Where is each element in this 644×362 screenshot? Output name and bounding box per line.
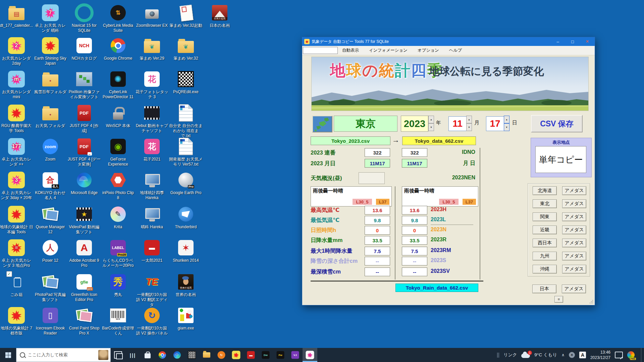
taskbar-task-view[interactable] — [111, 348, 125, 362]
desktop-icon-microsoft-edge[interactable]: Microsoft Edge — [67, 171, 101, 195]
close-button[interactable]: × — [580, 37, 595, 46]
year-display[interactable]: 2023 — [401, 116, 428, 132]
taskbar-qr-app[interactable] — [184, 348, 199, 362]
seq-value-left[interactable]: 322 — [365, 148, 390, 157]
weather-text-box-left[interactable]: 雨後曇一時晴 L30_5 L37 — [311, 186, 392, 206]
day-spinner[interactable]: ▲▼ — [504, 116, 509, 131]
desktop-icon-hidemaru[interactable]: 秀秀丸 — [101, 273, 135, 297]
desktop-icon-icecream-ebook[interactable]: ▯Icecream Ebook Reader — [34, 306, 67, 336]
taskbar-translate-app[interactable]: ↻ — [214, 348, 229, 362]
desktop-icon-google-earth-pro[interactable]: ProGoogle Earth Pro — [169, 171, 203, 195]
desktop-icon-powerdirector[interactable]: ✺CyberLink PowerDirector 11 — [101, 70, 135, 100]
equals-button[interactable]: = — [554, 296, 563, 303]
value-box-right[interactable]: 0 — [402, 226, 427, 235]
value-box-right[interactable]: 7.5 — [402, 247, 427, 255]
resize-grip[interactable] — [589, 300, 593, 304]
region-button-西日本[interactable]: 西日本 — [533, 239, 557, 247]
desktop-icon-weather-calendar-2day[interactable]: ★★2お天気カレンダ 2day — [0, 36, 33, 66]
japan-button[interactable]: 日本 — [532, 285, 556, 293]
desktop-icon-barcode-kun[interactable]: BarCode作成管理くん — [101, 306, 135, 336]
desktop-icon-shuriken-2014[interactable]: ✶Shuriken 2014 — [169, 238, 203, 263]
show-desktop-strip[interactable] — [641, 348, 643, 362]
value-box-left[interactable]: 13.6 — [365, 206, 390, 215]
desktop-icon-videopad[interactable]: ★VideoPad 動画編集ソフト — [67, 205, 101, 235]
menu-auto-display[interactable]: 自動表示 — [337, 48, 364, 53]
notification-icon[interactable] — [615, 352, 623, 358]
desktop-icon-queue-manager[interactable]: Queue Manager 12 — [34, 205, 67, 235]
taskbar-microsoft-store[interactable] — [140, 348, 155, 362]
minimize-button[interactable]: – — [550, 37, 565, 46]
desktop-icon-chikyu-toukei-hareka[interactable]: 地球統計四季 Hareka — [135, 171, 169, 200]
desktop-icon-thunderbird[interactable]: Thunderbird — [169, 205, 203, 230]
desktop-icon-kishow-japan-tools[interactable]: ★★地球の気象統計 日本編 Tools — [0, 205, 33, 235]
desktop-icon-earth-shining-sky[interactable]: ★★Earth Shining Sky Japan — [34, 36, 67, 66]
month-input[interactable]: 11 — [448, 116, 467, 131]
overview-value-box[interactable] — [359, 172, 385, 184]
desktop-icon-zoombrowser[interactable]: ZoomBrowser EX — [135, 3, 169, 28]
region-button-沖縄[interactable]: 沖縄 — [533, 265, 557, 274]
amedas-button-沖縄[interactable]: アメダス — [562, 265, 586, 274]
value-box-right[interactable]: 9.8 — [402, 216, 427, 225]
desktop-icon-haruka-hareka[interactable]: 晴科 Hareka — [135, 205, 169, 230]
circle-x-icon[interactable]: × — [569, 352, 575, 358]
region-button-九州[interactable]: 九州 — [533, 252, 557, 260]
maximize-button[interactable]: □ — [565, 37, 580, 46]
desktop-icon-nihon-no-meiga[interactable]: 日本の名画日本の名画 — [203, 3, 236, 28]
csv-save-button[interactable]: CSV 保存 — [531, 115, 583, 132]
year-spinner[interactable]: ▲▼ — [428, 116, 434, 131]
desktop-icon-weather-calendar-3pro[interactable]: ★★≡卓上 お天気カレンダ 3 地点Pro — [0, 238, 33, 268]
desktop-icon-just-pdf4-convert[interactable]: PDF←JUST PDF 4 [データ変換] — [67, 137, 101, 167]
desktop-icon-corel-paintshop[interactable]: Corel Paint Shop Pro X — [67, 306, 101, 336]
desktop-icon-fudemame-32[interactable]: ❦筆まめ Ver.32 — [169, 36, 203, 61]
monthday-value-right[interactable]: 11M17 — [402, 159, 427, 168]
taskbar-edge[interactable] — [170, 348, 184, 362]
value-box-left[interactable]: -- — [365, 257, 390, 265]
desktop-icon-geforce-experience[interactable]: ◉GeForce Experience — [101, 137, 135, 167]
value-box-left[interactable]: 0 — [365, 226, 390, 235]
tray-weather-text[interactable]: 9°C くもり — [534, 352, 557, 358]
value-box-right[interactable]: -- — [402, 267, 427, 276]
desktop-icon-greenfish-icon-editor[interactable]: gfieproGreenfish Icon Editor Pro — [67, 273, 101, 302]
seq-value-right[interactable]: 322 — [402, 148, 427, 157]
desktop-icon-google-chrome[interactable]: Google Chrome — [101, 36, 135, 61]
title-bar[interactable]: ★ 気象データ 自動コピー Tools 77 for SQLite – □ × — [302, 37, 595, 46]
taskbar-ichitaro[interactable]: ▬ — [244, 348, 258, 362]
desktop-icon-navicat[interactable]: Navicat 15 for SQLite — [67, 3, 101, 33]
start-button[interactable] — [0, 348, 16, 362]
region-button-関東[interactable]: 関東 — [533, 213, 557, 221]
day-input[interactable]: 17 — [486, 116, 504, 131]
desktop-icon-recycle-bin[interactable]: ごみ箱 — [0, 273, 33, 297]
japan-map-button[interactable] — [312, 116, 332, 132]
taskbar-weather-calendar[interactable]: ★★ — [229, 348, 244, 362]
amedas-button-北海道[interactable]: アメダス — [562, 186, 586, 195]
toolbar-handle-icon[interactable] — [497, 353, 498, 358]
desktop-icon-kokuyo-awase-meijin[interactable]: 合名人KOKUYO 合わせ名人 4 — [34, 171, 67, 200]
taskbar-dreamweaver[interactable]: Dw — [258, 348, 273, 362]
value-box-left[interactable]: 9.8 — [365, 216, 390, 225]
clock[interactable]: 13:46 2023/12/27 — [590, 350, 610, 360]
single-year-copy-button[interactable]: 単年コピー — [535, 146, 586, 173]
value-box-left[interactable]: 7.5 — [365, 247, 390, 255]
desktop-icon-fusetsu-folder[interactable]: ●風雪百年フォルダ — [34, 70, 67, 95]
region-button-北海道[interactable]: 北海道 — [533, 186, 557, 195]
desktop-icon-ippatsu-honyaku-editor[interactable]: TE一発翻訳!10カ国語 V2 翻訳エディタ — [135, 273, 169, 307]
desktop-icon-winscp[interactable]: WinSCP 本体 — [101, 104, 135, 128]
desktop-icon-kishow-7toshi[interactable]: ★★地球の気象統計 7都市版 — [0, 306, 33, 336]
desktop-icon-debut-capture[interactable]: Debut 動画キャプチャソフト — [135, 104, 169, 133]
desktop-icon-fudemame-32-start[interactable]: 筆まめ Ver.32起動 — [169, 3, 203, 28]
menu-information[interactable]: インフォメーション — [364, 48, 413, 53]
amedas-button-西日本[interactable]: アメダス — [562, 239, 586, 247]
desktop-icon-kaihatsu-rireki-txt[interactable]: 開発履歴 お天気メモリ Ver57.txt — [169, 137, 203, 167]
desktop-icon-fudemame-29[interactable]: ❦筆まめ Ver.29 — [135, 36, 169, 61]
desktop-icon-weather-calendar-plus[interactable]: ★★177卓上 お天気カレンダ ++ — [0, 137, 33, 167]
weather-cloud-icon[interactable]: 1 — [521, 354, 530, 358]
amedas-button-東北[interactable]: アメダス — [562, 199, 586, 208]
desktop-icon-inpixio-photoclip[interactable]: inPixio Photo Clip 8 — [101, 171, 135, 200]
region-button-東北[interactable]: 東北 — [533, 199, 557, 208]
desktop-icon-dt177-folder[interactable]: ▤dt_177_calender... — [0, 3, 33, 28]
links-toolbar[interactable]: リンク — [503, 352, 517, 358]
monthday-value-left[interactable]: 11M17 — [365, 159, 390, 168]
desktop-icon-krita[interactable]: ✎Krita — [101, 205, 135, 230]
desktop-icon-giam[interactable]: giam.exe — [169, 306, 203, 331]
copilot-icon[interactable]: PRE — [627, 351, 635, 359]
